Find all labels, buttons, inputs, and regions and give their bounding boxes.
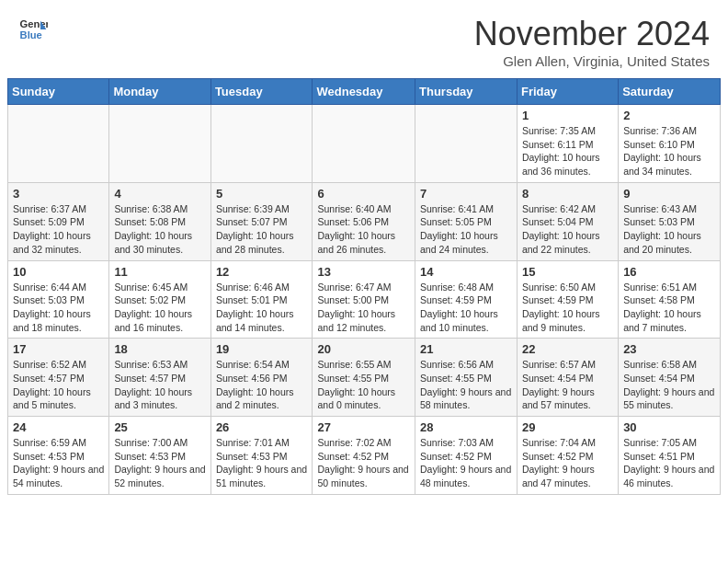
calendar-cell: 12Sunrise: 6:46 AM Sunset: 5:01 PM Dayli… <box>210 260 313 339</box>
day-number: 7 <box>420 187 512 201</box>
calendar-cell: 18Sunrise: 6:53 AM Sunset: 4:57 PM Dayli… <box>109 339 210 417</box>
day-info: Sunrise: 6:53 AM Sunset: 4:57 PM Dayligh… <box>114 358 205 412</box>
calendar-cell <box>8 105 109 183</box>
day-info: Sunrise: 7:03 AM Sunset: 4:52 PM Dayligh… <box>420 436 512 490</box>
day-info: Sunrise: 6:40 AM Sunset: 5:06 PM Dayligh… <box>317 202 410 257</box>
calendar-cell: 27Sunrise: 7:02 AM Sunset: 4:52 PM Dayli… <box>313 417 415 495</box>
calendar-week-row: 1Sunrise: 7:35 AM Sunset: 6:11 PM Daylig… <box>8 105 721 183</box>
day-number: 14 <box>420 265 512 279</box>
day-number: 11 <box>114 265 205 279</box>
day-number: 19 <box>216 342 308 356</box>
calendar-week-row: 17Sunrise: 6:52 AM Sunset: 4:57 PM Dayli… <box>8 339 721 417</box>
day-number: 15 <box>522 265 613 279</box>
calendar-cell <box>109 105 210 183</box>
day-info: Sunrise: 6:47 AM Sunset: 5:00 PM Dayligh… <box>317 281 410 335</box>
calendar-cell: 30Sunrise: 7:05 AM Sunset: 4:51 PM Dayli… <box>619 417 721 495</box>
day-info: Sunrise: 6:54 AM Sunset: 4:56 PM Dayligh… <box>216 358 308 412</box>
day-number: 16 <box>623 265 715 279</box>
day-info: Sunrise: 7:36 AM Sunset: 6:10 PM Dayligh… <box>623 124 715 178</box>
page-header: General Blue November 2024 Glen Allen, V… <box>0 0 728 78</box>
day-number: 20 <box>317 342 410 356</box>
day-info: Sunrise: 6:56 AM Sunset: 4:55 PM Dayligh… <box>420 358 512 412</box>
calendar-cell: 6Sunrise: 6:40 AM Sunset: 5:06 PM Daylig… <box>313 182 415 260</box>
day-info: Sunrise: 7:04 AM Sunset: 4:52 PM Dayligh… <box>522 436 613 490</box>
calendar-cell: 26Sunrise: 7:01 AM Sunset: 4:53 PM Dayli… <box>210 417 313 495</box>
day-info: Sunrise: 6:42 AM Sunset: 5:04 PM Dayligh… <box>522 202 613 257</box>
calendar-cell: 5Sunrise: 6:39 AM Sunset: 5:07 PM Daylig… <box>210 182 313 260</box>
day-number: 24 <box>13 420 104 434</box>
day-info: Sunrise: 6:58 AM Sunset: 4:54 PM Dayligh… <box>623 358 715 412</box>
day-info: Sunrise: 6:48 AM Sunset: 4:59 PM Dayligh… <box>420 281 512 335</box>
svg-text:Blue: Blue <box>20 29 42 40</box>
calendar-table: SundayMondayTuesdayWednesdayThursdayFrid… <box>7 78 721 495</box>
calendar-cell <box>313 105 415 183</box>
day-number: 8 <box>522 187 613 201</box>
day-info: Sunrise: 7:35 AM Sunset: 6:11 PM Dayligh… <box>522 124 613 178</box>
calendar-week-row: 3Sunrise: 6:37 AM Sunset: 5:09 PM Daylig… <box>8 182 721 260</box>
day-number: 22 <box>522 342 613 356</box>
day-info: Sunrise: 6:44 AM Sunset: 5:03 PM Dayligh… <box>13 281 104 335</box>
day-info: Sunrise: 6:55 AM Sunset: 4:55 PM Dayligh… <box>317 358 410 412</box>
calendar-cell: 17Sunrise: 6:52 AM Sunset: 4:57 PM Dayli… <box>8 339 109 417</box>
day-info: Sunrise: 6:39 AM Sunset: 5:07 PM Dayligh… <box>216 202 308 257</box>
location: Glen Allen, Virginia, United States <box>474 53 710 69</box>
day-number: 26 <box>216 420 308 434</box>
calendar-week-row: 10Sunrise: 6:44 AM Sunset: 5:03 PM Dayli… <box>8 260 721 339</box>
calendar-cell: 4Sunrise: 6:38 AM Sunset: 5:08 PM Daylig… <box>109 182 210 260</box>
logo: General Blue <box>18 15 48 44</box>
calendar-header-monday: Monday <box>109 79 210 105</box>
day-number: 30 <box>623 420 715 434</box>
day-number: 9 <box>623 187 715 201</box>
calendar-cell: 24Sunrise: 6:59 AM Sunset: 4:53 PM Dayli… <box>8 417 109 495</box>
calendar-header-wednesday: Wednesday <box>313 79 415 105</box>
calendar-cell: 21Sunrise: 6:56 AM Sunset: 4:55 PM Dayli… <box>415 339 518 417</box>
calendar-cell: 25Sunrise: 7:00 AM Sunset: 4:53 PM Dayli… <box>109 417 210 495</box>
day-number: 4 <box>114 187 205 201</box>
day-info: Sunrise: 6:43 AM Sunset: 5:03 PM Dayligh… <box>623 202 715 257</box>
calendar-header-row: SundayMondayTuesdayWednesdayThursdayFrid… <box>8 79 721 105</box>
day-info: Sunrise: 6:51 AM Sunset: 4:58 PM Dayligh… <box>623 281 715 335</box>
day-number: 12 <box>216 265 308 279</box>
calendar-cell: 2Sunrise: 7:36 AM Sunset: 6:10 PM Daylig… <box>619 105 721 183</box>
day-number: 10 <box>13 265 104 279</box>
calendar-header-thursday: Thursday <box>415 79 518 105</box>
day-number: 1 <box>522 109 613 122</box>
calendar-cell <box>415 105 518 183</box>
day-number: 27 <box>317 420 410 434</box>
day-info: Sunrise: 6:38 AM Sunset: 5:08 PM Dayligh… <box>114 202 205 257</box>
calendar-wrapper: SundayMondayTuesdayWednesdayThursdayFrid… <box>0 78 728 502</box>
day-info: Sunrise: 6:59 AM Sunset: 4:53 PM Dayligh… <box>13 436 104 490</box>
calendar-header-friday: Friday <box>517 79 618 105</box>
calendar-cell: 15Sunrise: 6:50 AM Sunset: 4:59 PM Dayli… <box>517 260 618 339</box>
day-info: Sunrise: 7:00 AM Sunset: 4:53 PM Dayligh… <box>114 436 205 490</box>
calendar-cell: 13Sunrise: 6:47 AM Sunset: 5:00 PM Dayli… <box>313 260 415 339</box>
day-number: 5 <box>216 187 308 201</box>
day-number: 23 <box>623 342 715 356</box>
day-number: 18 <box>114 342 205 356</box>
day-info: Sunrise: 6:37 AM Sunset: 5:09 PM Dayligh… <box>13 202 104 257</box>
calendar-cell: 20Sunrise: 6:55 AM Sunset: 4:55 PM Dayli… <box>313 339 415 417</box>
calendar-header-sunday: Sunday <box>8 79 109 105</box>
calendar-cell: 28Sunrise: 7:03 AM Sunset: 4:52 PM Dayli… <box>415 417 518 495</box>
calendar-cell: 9Sunrise: 6:43 AM Sunset: 5:03 PM Daylig… <box>619 182 721 260</box>
day-info: Sunrise: 7:02 AM Sunset: 4:52 PM Dayligh… <box>317 436 410 490</box>
day-number: 17 <box>13 342 104 356</box>
calendar-cell: 23Sunrise: 6:58 AM Sunset: 4:54 PM Dayli… <box>619 339 721 417</box>
calendar-cell: 3Sunrise: 6:37 AM Sunset: 5:09 PM Daylig… <box>8 182 109 260</box>
calendar-cell: 11Sunrise: 6:45 AM Sunset: 5:02 PM Dayli… <box>109 260 210 339</box>
day-info: Sunrise: 6:52 AM Sunset: 4:57 PM Dayligh… <box>13 358 104 412</box>
day-number: 29 <box>522 420 613 434</box>
calendar-cell: 8Sunrise: 6:42 AM Sunset: 5:04 PM Daylig… <box>517 182 618 260</box>
day-number: 3 <box>13 187 104 201</box>
logo-icon: General Blue <box>18 15 48 44</box>
calendar-cell: 19Sunrise: 6:54 AM Sunset: 4:56 PM Dayli… <box>210 339 313 417</box>
calendar-cell: 7Sunrise: 6:41 AM Sunset: 5:05 PM Daylig… <box>415 182 518 260</box>
calendar-header-tuesday: Tuesday <box>210 79 313 105</box>
day-info: Sunrise: 6:50 AM Sunset: 4:59 PM Dayligh… <box>522 281 613 335</box>
day-number: 2 <box>623 109 715 122</box>
day-info: Sunrise: 6:41 AM Sunset: 5:05 PM Dayligh… <box>420 202 512 257</box>
day-info: Sunrise: 7:01 AM Sunset: 4:53 PM Dayligh… <box>216 436 308 490</box>
month-title: November 2024 <box>474 15 710 53</box>
calendar-cell: 14Sunrise: 6:48 AM Sunset: 4:59 PM Dayli… <box>415 260 518 339</box>
day-info: Sunrise: 6:45 AM Sunset: 5:02 PM Dayligh… <box>114 281 205 335</box>
